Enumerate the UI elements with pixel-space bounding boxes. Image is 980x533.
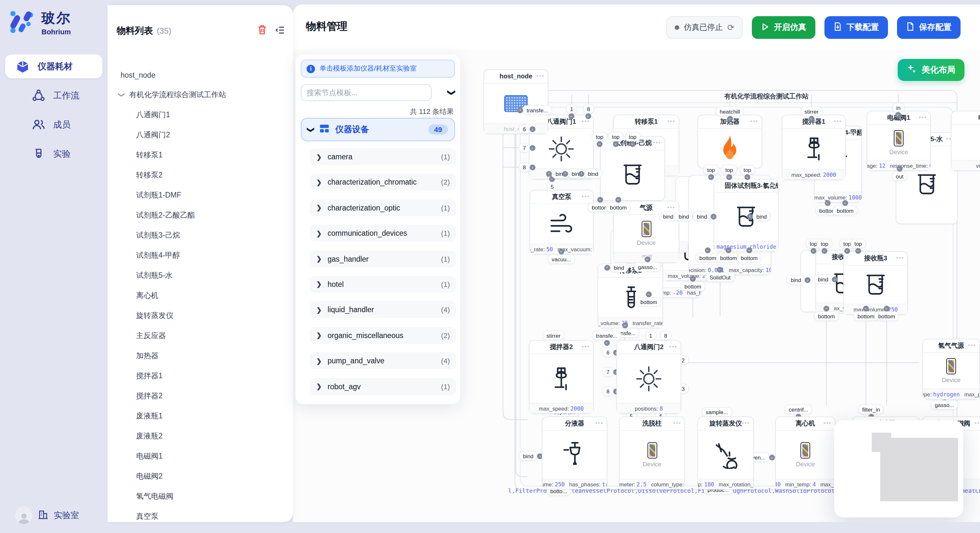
- port-7[interactable]: 7›: [603, 368, 612, 376]
- port-top[interactable]: top›: [625, 132, 640, 141]
- simulation-status-pill[interactable]: 仿真已停止 ⟳: [666, 16, 743, 39]
- port-top[interactable]: top›: [817, 239, 832, 248]
- port-gasso[interactable]: gasso...›: [635, 263, 660, 271]
- node-menu-icon[interactable]: •••: [742, 417, 750, 429]
- port-top[interactable]: top›: [740, 165, 754, 174]
- palette-row-liquid_handler[interactable]: ❯liquid_handler(4): [310, 301, 456, 318]
- port-bind[interactable]: bind›: [675, 212, 692, 220]
- node-menu-icon[interactable]: •••: [767, 179, 775, 192]
- port-bottom[interactable]: bottom›: [696, 254, 719, 262]
- port-bind[interactable]: bind›: [585, 169, 601, 178]
- port-bottom[interactable]: bottom›: [637, 298, 660, 306]
- port-bottom[interactable]: bottom›: [834, 206, 857, 215]
- port-sample[interactable]: sample...›: [703, 408, 732, 416]
- port-1[interactable]: 1›: [567, 105, 576, 113]
- port-6[interactable]: 6›: [520, 125, 529, 133]
- sidebar-item-0[interactable]: 仪器耗材: [5, 54, 102, 78]
- tree-item[interactable]: 试剂瓶5-水: [108, 265, 293, 286]
- node-menu-icon[interactable]: •••: [834, 115, 842, 128]
- port-6[interactable]: 6›: [603, 348, 612, 357]
- port-top[interactable]: top›: [704, 165, 718, 174]
- port-8[interactable]: 8›: [584, 105, 593, 113]
- palette-row-pump_and_valve[interactable]: ❯pump_and_valve(4): [310, 352, 456, 369]
- port-out[interactable]: out›: [892, 172, 907, 180]
- port-top[interactable]: top›: [722, 165, 736, 174]
- tree-item[interactable]: 试剂瓶4-甲醇: [108, 246, 293, 265]
- node-diancifa2[interactable]: 电磁阀2•••Devicevoltage: 12: [951, 111, 980, 171]
- node-zhuanyibeng2[interactable]: 转移泵2•••max_volume: 25transfer_rate: 10: [598, 263, 663, 328]
- sidebar-item-3[interactable]: 实验: [5, 142, 102, 166]
- port-gasso[interactable]: gasso...›: [931, 401, 957, 409]
- port-bottom[interactable]: bottom›: [607, 203, 630, 211]
- node-jiaobanqi2[interactable]: 搅拌器2•••max_speed: 2000: [529, 340, 594, 414]
- tree-item[interactable]: 真空泵: [108, 506, 293, 527]
- port-7[interactable]: 7›: [520, 143, 529, 152]
- tree-item[interactable]: 离心机: [108, 286, 293, 306]
- port-bottom[interactable]: bottom›: [681, 282, 705, 290]
- node-menu-icon[interactable]: •••: [595, 417, 603, 429]
- node-menu-icon[interactable]: •••: [536, 70, 544, 82]
- node-menu-icon[interactable]: •••: [824, 417, 832, 429]
- node-menu-icon[interactable]: •••: [582, 190, 590, 203]
- palette-row-organic_miscellaneous[interactable]: ❯organic_miscellaneous(2): [310, 327, 456, 344]
- tree-item[interactable]: 加热器: [108, 346, 293, 366]
- node-menu-icon[interactable]: •••: [667, 115, 675, 128]
- node-jiaobanqi1[interactable]: 搅拌器1•••max_speed: 2000: [782, 115, 846, 180]
- port-8[interactable]: 8›: [661, 331, 670, 339]
- port-SolidOut[interactable]: SolidOut›: [706, 273, 734, 281]
- node-menu-icon[interactable]: •••: [968, 339, 976, 352]
- chevron-down-icon[interactable]: ❯: [447, 89, 456, 96]
- palette-row-characterization_optic[interactable]: ❯characterization_optic(1): [310, 200, 456, 216]
- node-menu-icon[interactable]: •••: [919, 111, 927, 124]
- node-menu-icon[interactable]: •••: [750, 115, 758, 128]
- preview-modal[interactable]: [834, 420, 963, 517]
- palette-row-robot_agv[interactable]: ❯robot_agv(1): [310, 378, 456, 395]
- port-bind[interactable]: bind›: [694, 212, 710, 220]
- category-instrument[interactable]: ❯仪器设备49: [301, 118, 455, 141]
- port-bind[interactable]: bind›: [815, 275, 832, 283]
- search-input[interactable]: [301, 84, 432, 101]
- avatar[interactable]: [15, 506, 32, 524]
- node-menu-icon[interactable]: •••: [673, 417, 681, 429]
- port-bind[interactable]: bind›: [520, 452, 537, 460]
- beautify-layout-button[interactable]: 美化布局: [898, 59, 964, 81]
- node-xuanzhuanzhengfayi[interactable]: 旋转蒸发仪•••temp: 180max_rotation_spe: [697, 416, 754, 490]
- port-5[interactable]: 5›: [547, 182, 557, 191]
- collapse-panel-icon[interactable]: [275, 25, 285, 37]
- tree-item[interactable]: 转移泵2: [108, 165, 293, 185]
- port-top[interactable]: top›: [851, 239, 865, 248]
- refresh-icon[interactable]: ⟳: [727, 23, 734, 32]
- tree-item[interactable]: 八通阀门2: [108, 125, 293, 145]
- port-centrif[interactable]: centrif...›: [786, 405, 811, 414]
- port-bottom[interactable]: bottom›: [738, 254, 761, 262]
- node-menu-icon[interactable]: •••: [669, 341, 677, 353]
- port-1[interactable]: 1›: [646, 331, 655, 339]
- tree-item[interactable]: ❯有机化学流程综合测试工作站: [108, 85, 293, 105]
- tree-item[interactable]: 试剂瓶1-DMF: [108, 185, 293, 205]
- node-menu-icon[interactable]: •••: [975, 417, 980, 429]
- tree-item[interactable]: 转移泵1: [108, 145, 293, 165]
- tree-item[interactable]: host_node: [108, 65, 293, 85]
- port-bind[interactable]: bind›: [660, 212, 677, 220]
- tree-item[interactable]: 氢气电磁阀: [108, 486, 293, 506]
- node-lixinji[interactable]: 离心机•••Devicep: 40min_temp: 4max_spe: [775, 416, 835, 490]
- port-bind[interactable]: bind›: [611, 263, 627, 272]
- port-bottom[interactable]: bottom›: [717, 254, 740, 262]
- palette-row-gas_handler[interactable]: ❯gas_handler(1): [310, 250, 456, 267]
- palette-row-hotel[interactable]: ❯hotel(1): [310, 276, 456, 293]
- tree-item[interactable]: 电磁阀2: [108, 466, 293, 486]
- port-8[interactable]: 8›: [520, 163, 529, 171]
- port-stirrer[interactable]: stirrer›: [801, 107, 821, 116]
- port-bottom[interactable]: bottom›: [875, 312, 898, 320]
- port-bind[interactable]: bind›: [788, 276, 804, 284]
- port-bind[interactable]: bind›: [753, 212, 770, 220]
- header-button-0[interactable]: 开启仿真: [752, 16, 815, 39]
- trash-icon[interactable]: [257, 25, 267, 38]
- lab-label[interactable]: 实验室: [54, 509, 79, 521]
- port-bottom[interactable]: bottom›: [815, 312, 838, 320]
- port-top[interactable]: top›: [609, 132, 623, 141]
- node-menu-icon[interactable]: •••: [850, 126, 858, 139]
- port-transfe[interactable]: transfe...›: [523, 106, 551, 114]
- port-transfe[interactable]: transfe...›: [593, 331, 620, 339]
- node-xituozhu[interactable]: 洗脱柱•••Devicediameter: 2.5column_type: si: [619, 416, 685, 490]
